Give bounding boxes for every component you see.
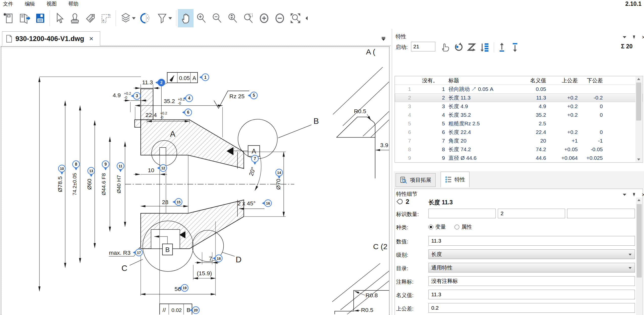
zoom-dynamic-button[interactable] [225, 9, 241, 27]
balloon-16[interactable]: 16 [262, 199, 272, 207]
balloon-3[interactable]: 3 [131, 92, 141, 100]
move-top-icon[interactable] [498, 42, 508, 53]
start-label: 启动: [396, 44, 408, 51]
mirror-view-icon [140, 12, 152, 24]
decrease-button[interactable] [272, 9, 288, 27]
stamp-button[interactable] [67, 9, 83, 27]
balloon-18[interactable]: 18 [213, 254, 223, 262]
balloon-12[interactable]: 12 [157, 164, 167, 172]
filter-button[interactable] [154, 9, 175, 27]
balloon-10[interactable]: 10 [58, 165, 66, 174]
select-button[interactable] [51, 9, 67, 27]
panel-menu-caret-icon[interactable] [623, 36, 626, 38]
panel-close-icon[interactable]: × [642, 35, 644, 39]
increase-button[interactable] [256, 9, 272, 27]
table-row[interactable]: 99直径 Ø 44.644.6+0.064+0.025 [395, 154, 643, 162]
panel-divider[interactable] [392, 29, 392, 315]
table-row[interactable]: 33长度 4.94.9+0.20 [395, 102, 643, 111]
panel-close-icon[interactable]: × [642, 193, 644, 197]
list-order-icon[interactable] [480, 42, 490, 53]
filter-icon [156, 12, 168, 24]
tab-characteristics[interactable]: 特性 [441, 172, 469, 187]
table-row[interactable]: 77角度 2020+1-1 [395, 136, 643, 145]
balloon-6[interactable]: 6 [182, 108, 192, 116]
zoom-window-button[interactable] [241, 9, 256, 27]
panel-menu-caret-icon[interactable] [623, 194, 626, 196]
table-body: 11径向跳动 ↗ 0.05 A0.0522长度 11.311.3+0.2-0.2… [395, 85, 643, 162]
menu-edit[interactable]: 编辑 [25, 1, 35, 7]
radio-attribute[interactable]: 属性 [455, 223, 472, 230]
table-row[interactable]: 22长度 11.311.3+0.2-0.2 [395, 93, 643, 102]
toolbar-collapse-button[interactable] [303, 9, 310, 27]
note-input[interactable] [428, 276, 635, 286]
nominal-input[interactable] [428, 290, 635, 299]
tag-button[interactable] [83, 9, 98, 27]
z-order-icon[interactable] [466, 42, 477, 53]
drawing-text: Ø78.5 [57, 176, 63, 192]
move-bottom-icon[interactable] [511, 42, 521, 53]
details-scrollbar[interactable] [636, 198, 642, 315]
value-input[interactable] [428, 236, 635, 246]
open-document-button[interactable] [17, 9, 32, 27]
id-count-input-1[interactable] [428, 209, 496, 218]
zoom-fit-button[interactable] [288, 9, 303, 27]
tab-overflow-button[interactable] [380, 37, 387, 44]
id-count-input-2[interactable] [498, 209, 565, 218]
table-cell: 5 [395, 119, 418, 128]
balloon-9[interactable]: 9 [102, 160, 110, 170]
balloon-2[interactable]: 2 [155, 79, 165, 87]
tab-project-expand[interactable]: 项目拓展 [396, 173, 436, 187]
menu-file[interactable]: 文件 [3, 1, 13, 7]
balloon-8[interactable]: 8 [72, 160, 80, 170]
balloon-17[interactable]: 17 [133, 249, 143, 257]
table-row[interactable]: 44长度 35.235.2+0.20 [395, 111, 643, 119]
menu-view[interactable]: 视图 [47, 1, 57, 7]
table-cell: -1 [579, 136, 604, 145]
pin-icon[interactable] [632, 35, 636, 39]
table-row[interactable]: 55粗糙度Rz 2.52.5 [395, 119, 643, 128]
drawing-text: C (2 [373, 242, 388, 251]
balloon-1[interactable]: 1 [199, 73, 209, 81]
rotate-icon[interactable] [453, 42, 464, 53]
tab-close-icon[interactable]: × [89, 35, 93, 43]
pin-icon[interactable] [632, 192, 636, 197]
drawing-text: A [170, 129, 176, 139]
table-row[interactable]: 11径向跳动 ↗ 0.05 A0.05 [395, 85, 643, 93]
zoom-out-button[interactable] [209, 9, 225, 27]
start-input[interactable] [411, 42, 435, 51]
balloon-15[interactable]: 15 [173, 198, 182, 206]
table-cell: 5 [418, 119, 446, 128]
svg-text:5: 5 [253, 93, 255, 97]
zoom-out-icon [211, 12, 223, 24]
pan-button[interactable] [178, 9, 194, 27]
balloon-11[interactable]: 11 [117, 162, 124, 172]
partial-view-button[interactable]: 1A [98, 9, 114, 27]
layers-button[interactable] [117, 9, 138, 27]
drawing-text: A [252, 147, 256, 155]
filter-dropdown-caret [168, 17, 172, 19]
drawing-viewport[interactable]: 11.34.9+0.2-035.2+0.2-022.4+0.2-0Rz 25AB… [1, 46, 390, 315]
characteristics-panel-title: 特性 [396, 33, 406, 40]
radio-variable[interactable]: 变量 [428, 223, 446, 230]
pick-hand-icon[interactable] [440, 42, 451, 53]
catalog-select[interactable]: 通用特性 [428, 263, 635, 272]
upper-tolerance-input[interactable] [428, 303, 635, 313]
balloon-14[interactable]: 14 [275, 169, 283, 179]
table-row[interactable]: 88长度 74.274.2+0.05-0.05 [395, 145, 643, 154]
table-cell: +0.025 [579, 154, 604, 162]
table-row[interactable]: 66长度 22.422.4+0.20 [395, 128, 643, 136]
table-cell: 长度 74.2 [446, 145, 514, 154]
balloon-7[interactable]: 7 [251, 155, 259, 165]
new-document-button[interactable] [1, 9, 17, 27]
drawing-canvas[interactable]: 11.34.9+0.2-035.2+0.2-022.4+0.2-0Rz 25AB… [1, 47, 389, 314]
id-count-input-3[interactable] [567, 209, 635, 218]
balloon-5[interactable]: 5 [248, 91, 258, 99]
zoom-in-button[interactable] [194, 9, 209, 27]
class-select[interactable]: 长度 [428, 249, 635, 259]
mirror-view-button[interactable] [138, 9, 154, 27]
menu-help[interactable]: 帮助 [68, 1, 78, 7]
table-scrollbar[interactable] [635, 76, 642, 162]
balloon-13[interactable]: 13 [87, 167, 95, 177]
save-button[interactable] [32, 9, 48, 27]
document-tab[interactable]: 930-1200-406-V1.dwg × [2, 31, 100, 46]
